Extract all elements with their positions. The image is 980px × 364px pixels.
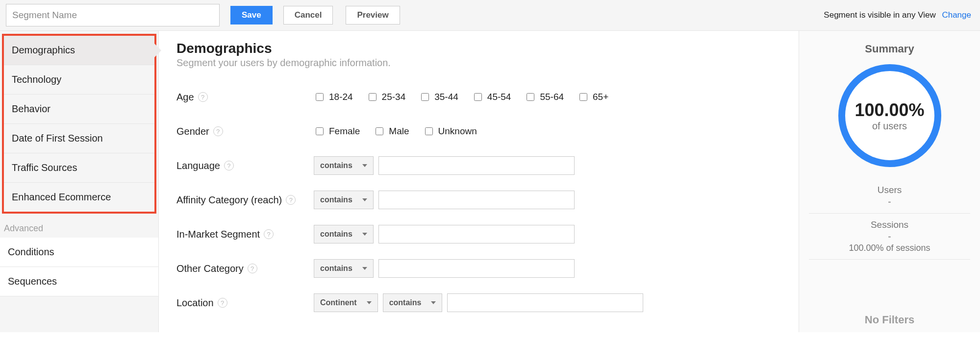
sidebar-item-demographics[interactable]: Demographics xyxy=(4,36,154,65)
main-panel: Demographics Segment your users by demog… xyxy=(159,31,799,332)
age-check-55-64[interactable]: 55-64 xyxy=(525,92,564,102)
row-affinity: Affinity Category (reach) ? contains xyxy=(176,185,781,215)
row-language: Language ? contains xyxy=(176,151,781,180)
visibility-text: Segment is visible in any View Change xyxy=(824,10,971,20)
summary-circle: 100.00% of users xyxy=(838,64,941,167)
location-operator-dropdown[interactable]: contains xyxy=(383,293,443,312)
row-gender: Gender ? Female Male Unknown xyxy=(176,117,781,146)
row-location: Location ? Continent contains xyxy=(176,288,781,317)
age-check-25-34[interactable]: 25-34 xyxy=(367,92,406,102)
users-stat: Users - xyxy=(809,179,970,214)
label-location: Location xyxy=(176,297,214,309)
label-affinity: Affinity Category (reach) xyxy=(176,194,282,206)
gender-check-male[interactable]: Male xyxy=(374,126,409,137)
chevron-down-icon xyxy=(362,164,367,167)
sidebar-item-traffic-sources[interactable]: Traffic Sources xyxy=(4,153,154,183)
change-link[interactable]: Change xyxy=(942,10,971,20)
language-value-input[interactable] xyxy=(378,156,575,175)
sidebar-item-enhanced-ecommerce[interactable]: Enhanced Ecommerce xyxy=(4,183,154,212)
inmarket-operator-dropdown[interactable]: contains xyxy=(314,225,374,243)
chevron-down-icon xyxy=(362,233,367,236)
label-gender: Gender xyxy=(176,126,209,137)
gender-check-unknown[interactable]: Unknown xyxy=(423,126,477,137)
othercat-operator-dropdown[interactable]: contains xyxy=(314,259,374,278)
sidebar-highlight: Demographics Technology Behavior Date of… xyxy=(2,34,156,214)
save-button[interactable]: Save xyxy=(230,6,273,24)
help-icon[interactable]: ? xyxy=(213,126,223,136)
label-age: Age xyxy=(176,92,194,103)
gender-check-female[interactable]: Female xyxy=(314,126,360,137)
affinity-value-input[interactable] xyxy=(378,191,575,209)
sidebar-item-conditions[interactable]: Conditions xyxy=(0,238,158,267)
label-other-category: Other Category xyxy=(176,263,244,274)
page-title: Demographics xyxy=(176,41,781,56)
sidebar-item-first-session[interactable]: Date of First Session xyxy=(4,124,154,153)
summary-panel: Summary 100.00% of users Users - Session… xyxy=(799,31,980,332)
chevron-down-icon xyxy=(362,267,367,270)
sessions-label: Sessions xyxy=(809,219,970,230)
location-value-input[interactable] xyxy=(447,293,643,312)
age-check-65plus[interactable]: 65+ xyxy=(578,92,608,102)
sessions-stat: Sessions - 100.00% of sessions xyxy=(809,214,970,260)
location-dimension-dropdown[interactable]: Continent xyxy=(314,293,378,312)
help-icon[interactable]: ? xyxy=(248,264,257,273)
row-inmarket: In-Market Segment ? contains xyxy=(176,219,781,249)
summary-of-users: of users xyxy=(872,121,907,132)
summary-title: Summary xyxy=(809,43,970,55)
preview-button[interactable]: Preview xyxy=(346,6,400,24)
header-bar: Save Cancel Preview Segment is visible i… xyxy=(0,0,980,31)
help-icon[interactable]: ? xyxy=(264,229,274,239)
row-age: Age ? 18-24 25-34 35-44 45-54 55-64 65+ xyxy=(176,82,781,112)
visibility-label: Segment is visible in any View xyxy=(824,10,935,20)
advanced-label: Advanced xyxy=(0,214,158,238)
users-value: - xyxy=(809,196,970,207)
segment-name-input[interactable] xyxy=(6,4,220,26)
help-icon[interactable]: ? xyxy=(218,298,227,308)
cancel-button[interactable]: Cancel xyxy=(283,6,333,24)
affinity-operator-dropdown[interactable]: contains xyxy=(314,191,374,209)
language-operator-dropdown[interactable]: contains xyxy=(314,156,374,175)
users-label: Users xyxy=(809,185,970,195)
row-other-category: Other Category ? contains xyxy=(176,254,781,283)
sidebar: Demographics Technology Behavior Date of… xyxy=(0,31,159,332)
othercat-value-input[interactable] xyxy=(378,259,575,278)
summary-percentage: 100.00% xyxy=(854,100,924,121)
help-icon[interactable]: ? xyxy=(286,195,296,205)
no-filters-label: No Filters xyxy=(809,305,970,326)
label-inmarket: In-Market Segment xyxy=(176,229,260,240)
age-check-45-54[interactable]: 45-54 xyxy=(472,92,511,102)
page-subtitle: Segment your users by demographic inform… xyxy=(176,57,781,69)
age-check-18-24[interactable]: 18-24 xyxy=(314,92,353,102)
sidebar-item-technology[interactable]: Technology xyxy=(4,65,154,95)
chevron-down-icon xyxy=(431,301,436,304)
help-icon[interactable]: ? xyxy=(198,92,208,102)
sidebar-item-behavior[interactable]: Behavior xyxy=(4,95,154,124)
sidebar-item-sequences[interactable]: Sequences xyxy=(0,267,158,296)
sessions-pct: 100.00% of sessions xyxy=(809,243,970,253)
chevron-down-icon xyxy=(362,198,367,201)
label-language: Language xyxy=(176,160,220,171)
age-check-35-44[interactable]: 35-44 xyxy=(419,92,458,102)
sessions-value: - xyxy=(809,231,970,242)
inmarket-value-input[interactable] xyxy=(378,225,575,243)
chevron-down-icon xyxy=(367,301,372,304)
help-icon[interactable]: ? xyxy=(224,161,234,170)
